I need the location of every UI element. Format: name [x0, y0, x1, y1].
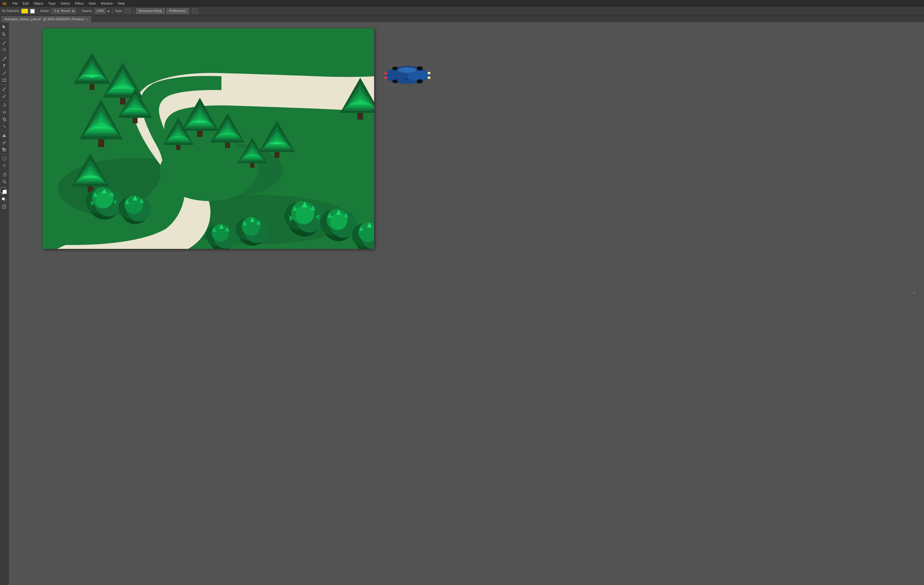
menu-file[interactable]: File: [10, 0, 20, 7]
svg-rect-12: [5, 136, 6, 137]
menu-object[interactable]: Object: [31, 0, 46, 7]
column-graph-tool[interactable]: [1, 146, 8, 153]
svg-rect-23: [3, 205, 6, 208]
svg-line-20: [5, 182, 6, 183]
magic-wand-tool[interactable]: [1, 40, 8, 46]
svg-rect-87: [176, 145, 180, 150]
left-toolbar: T: [0, 22, 9, 585]
fill-stroke-indicator[interactable]: ⇄: [1, 188, 8, 195]
svg-point-165: [398, 68, 416, 73]
lasso-tool[interactable]: [1, 46, 8, 53]
svg-point-19: [3, 180, 5, 183]
svg-point-30: [160, 139, 259, 201]
line-tool[interactable]: [1, 70, 8, 76]
menu-window[interactable]: Window: [99, 0, 115, 7]
opacity-arrow[interactable]: ▶: [108, 10, 110, 13]
svg-line-3: [3, 72, 6, 75]
svg-point-169: [392, 79, 398, 83]
svg-rect-4: [3, 79, 6, 81]
svg-point-156: [211, 224, 229, 241]
svg-rect-8: [4, 119, 6, 121]
color-mode-toggle[interactable]: [1, 196, 8, 203]
svg-point-171: [427, 76, 431, 79]
menu-edit[interactable]: Edit: [21, 0, 31, 7]
menu-type[interactable]: Type: [46, 0, 58, 7]
opacity-input[interactable]: [95, 8, 106, 14]
svg-rect-120: [358, 113, 363, 120]
svg-rect-10: [3, 135, 4, 137]
rectangle-tool[interactable]: [1, 77, 8, 84]
hand-tool[interactable]: [1, 171, 8, 178]
menu-select[interactable]: Select: [58, 0, 72, 7]
svg-point-172: [384, 72, 387, 75]
stroke-swatch[interactable]: [30, 9, 35, 13]
svg-point-2: [5, 57, 6, 58]
style-label: Style:: [115, 9, 123, 13]
document-tab[interactable]: Animation_Motion_path.ai* @ 300% (RGB/GP…: [1, 16, 91, 22]
rotate-tool[interactable]: [1, 102, 8, 109]
divider-4: [133, 8, 134, 14]
quick-actions[interactable]: [1, 203, 8, 210]
canvas-area[interactable]: [9, 22, 924, 585]
tool-divider-4: [1, 101, 7, 101]
svg-rect-94: [197, 131, 203, 137]
paintbrush-tool[interactable]: [1, 86, 8, 92]
tab-info: @ 300% (RGB/GPU Preview): [43, 18, 84, 21]
selection-tool[interactable]: [1, 23, 8, 30]
type-tool[interactable]: T: [1, 63, 8, 69]
reflect-tool[interactable]: [1, 109, 8, 115]
controlbar: No Selection Stroke: 3 pt. Round 1 pt. 2…: [0, 7, 924, 15]
svg-rect-100: [225, 142, 230, 148]
svg-line-14: [4, 141, 6, 142]
menu-view[interactable]: View: [86, 0, 98, 7]
warp-tool[interactable]: [1, 123, 8, 130]
svg-rect-57: [133, 118, 137, 124]
titlebar: Ai File Edit Object Type Select Effect V…: [0, 0, 924, 7]
document-setup-button[interactable]: Document Setup: [136, 8, 165, 14]
svg-rect-18: [3, 157, 6, 160]
style-swatch[interactable]: [125, 9, 131, 13]
fill-swatch[interactable]: [21, 9, 28, 13]
tool-divider-5: [1, 131, 7, 131]
artboard: [43, 28, 374, 249]
svg-point-69: [96, 191, 113, 208]
extra-options[interactable]: [192, 9, 198, 13]
graph-tool[interactable]: [1, 132, 8, 139]
divider-1: [37, 8, 38, 14]
pen-tool[interactable]: [1, 56, 8, 62]
no-selection-label: No Selection: [2, 9, 20, 13]
svg-rect-16: [3, 148, 4, 149]
svg-marker-1: [5, 41, 6, 42]
scale-tool[interactable]: [1, 116, 8, 123]
tool-divider-7: [1, 170, 7, 170]
pencil-tool[interactable]: [1, 93, 8, 100]
svg-point-149: [242, 217, 260, 236]
svg-rect-51: [98, 139, 104, 147]
menu-effect[interactable]: Effect: [73, 0, 86, 7]
menu-help[interactable]: Help: [116, 0, 127, 7]
tool-divider-2: [1, 54, 7, 54]
svg-rect-37: [89, 84, 94, 90]
svg-point-168: [392, 67, 398, 70]
tool-divider-6: [1, 154, 7, 154]
tool-divider-3: [1, 84, 7, 85]
svg-point-173: [384, 76, 387, 79]
svg-point-167: [417, 79, 423, 84]
car-object[interactable]: [383, 62, 431, 87]
tabbar: Animation_Motion_path.ai* @ 300% (RGB/GP…: [0, 15, 924, 22]
stroke-weight-select[interactable]: 3 pt. Round 1 pt. 2 pt.: [51, 8, 76, 14]
opacity-label: Opacity:: [81, 9, 93, 13]
artboard-tool[interactable]: [1, 155, 8, 162]
tab-close-button[interactable]: ✕: [86, 18, 88, 21]
svg-line-5: [3, 97, 4, 97]
svg-rect-17: [5, 149, 6, 151]
app-logo: Ai: [2, 1, 7, 6]
main-area: T: [0, 22, 924, 585]
zoom-tool[interactable]: [1, 178, 8, 185]
direct-selection-tool[interactable]: [1, 31, 8, 37]
preferences-button[interactable]: Preferences: [167, 8, 189, 14]
canvas-dot: [914, 292, 915, 293]
tool-divider-8: [1, 186, 7, 186]
symbol-sprayer-tool[interactable]: [1, 139, 8, 146]
slice-tool[interactable]: [1, 162, 8, 169]
